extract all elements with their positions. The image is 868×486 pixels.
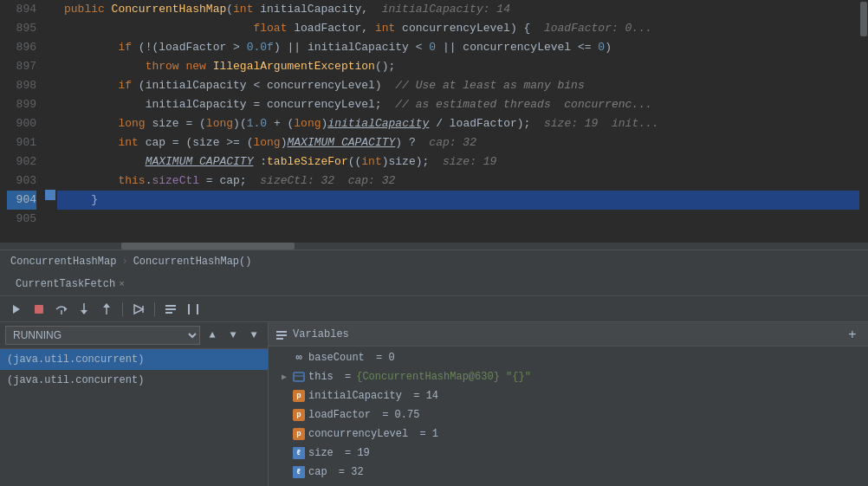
comment-1: // Use at least as many bins xyxy=(395,76,584,95)
code-brace2: } xyxy=(91,191,98,210)
expand-placeholder xyxy=(279,353,289,363)
frame-filter-button[interactable]: ▼ xyxy=(245,327,262,344)
code-plain-4: || concurrencyLevel <= xyxy=(436,38,598,57)
debug-tab-current[interactable]: CurrentTaskFetch × xyxy=(7,275,133,294)
run-to-cursor-icon xyxy=(132,302,146,316)
stack-frame-1[interactable]: (java.util.concurrent) xyxy=(0,370,268,391)
stop-icon xyxy=(33,303,45,315)
bottom-panel: CurrentTaskFetch × xyxy=(0,272,868,486)
run-to-cursor-button[interactable] xyxy=(129,300,148,319)
bookmark-icon xyxy=(45,190,55,200)
horizontal-scrollbar[interactable] xyxy=(0,243,868,249)
resume-button[interactable] xyxy=(7,300,26,319)
code-plain-10: )( xyxy=(233,114,247,133)
step-out-button[interactable] xyxy=(97,300,116,319)
code-plain-8: initialCapacity = concurrencyLevel; xyxy=(146,95,396,114)
step-into-button[interactable] xyxy=(74,300,94,319)
var-item-sizectl[interactable]: ∞ this.sizeCtl = 32 xyxy=(269,482,868,486)
add-variable-button[interactable]: + xyxy=(844,326,861,343)
trace-button[interactable] xyxy=(184,300,203,319)
comment-2: // as estimated threads concurrenc... xyxy=(395,95,651,114)
code-line-904: } xyxy=(57,191,859,210)
breadcrumb-part-2[interactable]: ConcurrentHashMap() xyxy=(133,256,252,268)
debug-tab-close[interactable]: × xyxy=(119,279,125,289)
indent6 xyxy=(64,95,146,114)
num-0: 0 xyxy=(429,38,436,57)
hint-sizectl: sizeCtl: 32 cap: 32 xyxy=(260,172,395,191)
hint-initialcapacity: initialCapacity: 14 xyxy=(382,0,510,19)
var-name-this: this xyxy=(308,371,334,383)
hint-size: size: 19 init... xyxy=(544,114,659,133)
kw-long: long xyxy=(118,114,152,133)
frame-1-label: (java.util.concurrent) xyxy=(7,374,144,386)
var-item-cap[interactable]: ℓ cap = 32 xyxy=(269,463,868,482)
var-name-size: size xyxy=(308,447,334,459)
var-name-cl: concurrencyLevel xyxy=(308,428,408,440)
var-eq-cl: = 1 xyxy=(413,428,438,440)
code-indent2 xyxy=(64,19,253,38)
var-item-loadfactor[interactable]: p loadFactor = 0.75 xyxy=(269,405,868,424)
var-item-basecount[interactable]: ∞ baseCount = 0 xyxy=(269,348,868,367)
var-eq-cap: = 32 xyxy=(333,466,364,478)
svg-rect-15 xyxy=(276,338,283,340)
indent3 xyxy=(64,38,118,57)
kw-new: new xyxy=(185,57,212,76)
variables-panel: Variables + ∞ baseCount = 0 ▶ xyxy=(269,322,868,486)
var-item-size[interactable]: ℓ size = 19 xyxy=(269,444,868,463)
code-plain-12: ) xyxy=(321,114,328,133)
download-icon xyxy=(10,303,23,315)
kw-this: this xyxy=(118,172,145,191)
code-plain-9: size = ( xyxy=(152,114,205,133)
breadcrumb-part-1[interactable]: ConcurrentHashMap xyxy=(10,256,116,268)
code-content[interactable]: public ConcurrentHashMap ( int initialCa… xyxy=(57,0,859,243)
hint-loadfactor: loadFactor: 0... xyxy=(544,19,652,38)
variables-header-label: Variables xyxy=(293,328,349,340)
kw-long2: long xyxy=(206,114,233,133)
svg-rect-16 xyxy=(294,373,304,381)
var-eq-ic: = 14 xyxy=(407,390,438,402)
hint-size2: size: 19 xyxy=(443,152,496,172)
param-concurrencylevel: concurrencyLevel xyxy=(402,19,510,38)
evaluate-button[interactable] xyxy=(161,300,180,319)
expand-this[interactable]: ▶ xyxy=(279,372,289,382)
line-897: 897 xyxy=(7,57,36,76)
var-item-this[interactable]: ▶ this = {ConcurrentHashMap@630} "{}" xyxy=(269,367,868,386)
code-plain-7: (initialCapacity < concurrencyLevel) xyxy=(139,76,395,95)
step-over-button[interactable] xyxy=(52,300,71,319)
expand-cap xyxy=(279,467,289,477)
code-line-896: if (!(loadFactor > 0.0f ) || initialCapa… xyxy=(57,38,859,57)
editor-side-scroll[interactable] xyxy=(859,0,868,243)
stack-frames-list: (java.util.concurrent) (java.util.concur… xyxy=(0,349,268,486)
step-out-icon xyxy=(100,302,113,316)
toolbar-separator-2 xyxy=(154,302,155,316)
expand-cl xyxy=(279,429,289,439)
indent9 xyxy=(64,152,146,172)
cls-iae: IllegalArgumentException xyxy=(213,57,375,76)
var-maxcap2: MAXIMUM_CAPACITY xyxy=(146,152,254,172)
line-894: 894 xyxy=(7,0,36,19)
stop-button[interactable] xyxy=(29,300,49,319)
indent5 xyxy=(64,76,118,95)
fn-concurrenthashmap: ConcurrentHashMap xyxy=(112,0,227,19)
var-initialcapacity: initialCapacity xyxy=(327,114,429,133)
var-item-concurrencylevel[interactable]: p concurrencyLevel = 1 xyxy=(269,424,868,444)
frame-down-button[interactable]: ▼ xyxy=(224,327,242,344)
scrollbar-thumb[interactable] xyxy=(121,243,295,249)
code-dot: . xyxy=(146,172,152,191)
code-comma2: , xyxy=(361,19,375,38)
bottom-content: RUNNING PAUSED ▲ ▼ ▼ (java.util.concurre… xyxy=(0,322,868,486)
var-icon-size: ℓ xyxy=(293,447,305,459)
thread-dropdown[interactable]: RUNNING PAUSED xyxy=(5,326,200,345)
var-item-initialcapacity[interactable]: p initialCapacity = 14 xyxy=(269,386,868,405)
var-icon-cap: ℓ xyxy=(293,466,305,478)
frame-up-button[interactable]: ▲ xyxy=(204,327,221,344)
side-scroll-thumb[interactable] xyxy=(860,2,867,36)
num-10: 1.0 xyxy=(247,114,267,133)
kw-if-1: if xyxy=(118,38,138,57)
code-plain-11: + ( xyxy=(267,114,294,133)
code-line-897: throw new IllegalArgumentException (); xyxy=(57,57,859,76)
indent8 xyxy=(64,133,118,152)
stack-frame-0[interactable]: (java.util.concurrent) xyxy=(0,349,268,370)
kw-int-3: int xyxy=(118,133,145,152)
kw-int-1: int xyxy=(233,0,260,19)
